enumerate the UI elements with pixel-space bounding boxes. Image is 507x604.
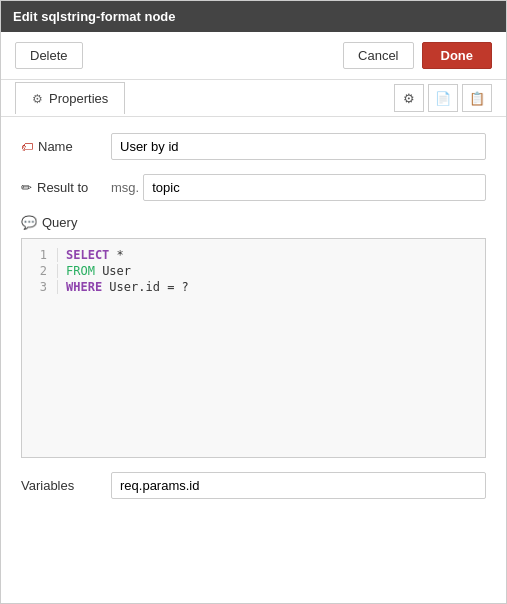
code-content-3: WHERE User.id = ?: [66, 280, 189, 294]
tab-action-list[interactable]: 📋: [462, 84, 492, 112]
keyword-select: SELECT: [66, 248, 109, 262]
main-window: Edit sqlstring-format node Delete Cancel…: [0, 0, 507, 604]
code-content-1: SELECT *: [66, 248, 124, 262]
keyword-from: FROM: [66, 264, 95, 278]
result-to-row: ✏ Result to msg.: [21, 174, 486, 201]
toolbar: Delete Cancel Done: [1, 32, 506, 80]
tab-properties[interactable]: ⚙ Properties: [15, 82, 125, 114]
code-line-1: 1 SELECT *: [22, 247, 485, 263]
result-to-label: ✏ Result to: [21, 180, 111, 195]
code-line-3: 3 WHERE User.id = ?: [22, 279, 485, 295]
delete-button[interactable]: Delete: [15, 42, 83, 69]
line-number-1: 1: [22, 248, 58, 262]
line-number-2: 2: [22, 264, 58, 278]
variables-label: Variables: [21, 478, 111, 493]
title-bar: Edit sqlstring-format node: [1, 1, 506, 32]
query-label: Query: [42, 215, 77, 230]
tab-actions: ⚙ 📄 📋: [394, 80, 492, 116]
comment-icon: 💬: [21, 215, 37, 230]
code-content-2: FROM User: [66, 264, 131, 278]
variables-input[interactable]: [111, 472, 486, 499]
cancel-button[interactable]: Cancel: [343, 42, 413, 69]
gear-icon: ⚙: [32, 92, 43, 106]
window-title: Edit sqlstring-format node: [13, 9, 176, 24]
line-number-3: 3: [22, 280, 58, 294]
tab-properties-label: Properties: [49, 91, 108, 106]
code-editor[interactable]: 1 SELECT * 2 FROM User 3 WHERE User.id =…: [21, 238, 486, 458]
done-button[interactable]: Done: [422, 42, 493, 69]
content-area: 🏷 Name ✏ Result to msg. 💬 Query 1 SELEC: [1, 117, 506, 515]
query-section-header: 💬 Query: [21, 215, 486, 230]
tab-action-doc[interactable]: 📄: [428, 84, 458, 112]
name-label: 🏷 Name: [21, 139, 111, 154]
tab-action-gear[interactable]: ⚙: [394, 84, 424, 112]
keyword-where: WHERE: [66, 280, 102, 294]
msg-prefix: msg.: [111, 180, 139, 195]
result-to-input[interactable]: [143, 174, 486, 201]
name-input[interactable]: [111, 133, 486, 160]
name-field-row: 🏷 Name: [21, 133, 486, 160]
code-line-2: 2 FROM User: [22, 263, 485, 279]
edit-icon: ✏: [21, 180, 32, 195]
tabs-bar: ⚙ Properties ⚙ 📄 📋: [1, 80, 506, 117]
tag-icon: 🏷: [21, 140, 33, 154]
variables-row: Variables: [21, 472, 486, 499]
